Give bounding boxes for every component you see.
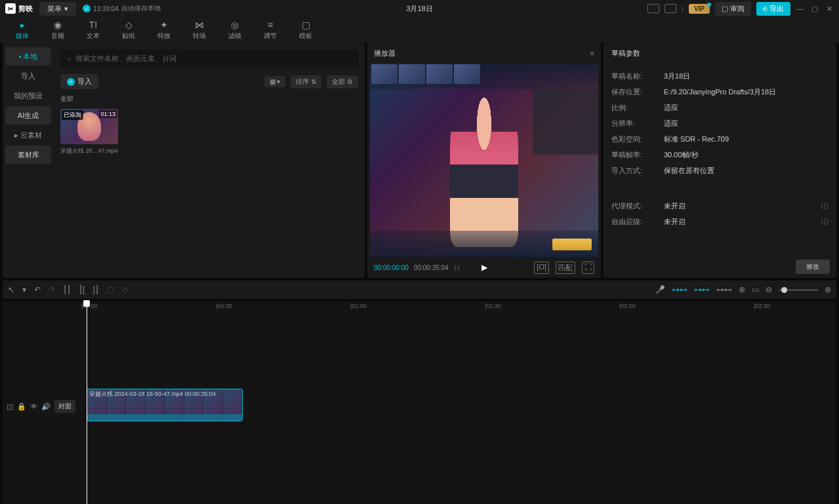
property-row: 色彩空间:标准 SDR - Rec.709 bbox=[611, 131, 829, 147]
clip-label: 穿越火线 2024-03-18 16-50-47.mp4 00:00:35:04 bbox=[89, 390, 216, 398]
vip-badge[interactable]: VIP bbox=[689, 4, 710, 14]
view-grid-button[interactable]: ▦ ▾ bbox=[264, 76, 286, 87]
fullscreen-icon[interactable]: ⛶ bbox=[582, 262, 594, 274]
layout-icon[interactable] bbox=[665, 4, 676, 13]
minimize-button[interactable]: — bbox=[796, 4, 805, 13]
sort-button[interactable]: 排序 ⇅ bbox=[291, 75, 321, 88]
info-icon[interactable]: ⓘ bbox=[821, 201, 829, 211]
snap-icon[interactable]: ⊶⊷ bbox=[716, 285, 732, 294]
logo-icon: ✂ bbox=[5, 3, 16, 14]
export-button[interactable]: ⎋ 导出 bbox=[756, 2, 790, 16]
timeline[interactable]: |00:00|00:30|01:00|01:30|02:00|02:30 ◫ 🔒… bbox=[3, 301, 836, 504]
focus-icon[interactable]: [O] bbox=[534, 262, 549, 274]
property-row: 代理模式:未开启ⓘ bbox=[611, 198, 829, 214]
import-button[interactable]: + 导入 bbox=[60, 74, 98, 89]
top-tab-文本[interactable]: TI文本 bbox=[76, 18, 110, 42]
media-item[interactable]: 已添加 01:13 穿越火线 20…47.mp4 bbox=[60, 109, 118, 155]
zoom-in-icon[interactable]: ⊕ bbox=[825, 285, 831, 294]
props-title: 草稿参数 bbox=[604, 43, 836, 63]
property-row: 草稿帧率:30.00帧/秒 bbox=[611, 147, 829, 163]
track-visible-icon[interactable]: 👁 bbox=[30, 402, 37, 410]
sidebar-item[interactable]: 导入 bbox=[5, 67, 51, 85]
zoom-out-icon[interactable]: ⊖ bbox=[766, 285, 772, 294]
main-menu-button[interactable]: 菜单▾ bbox=[39, 2, 76, 16]
top-tab-调节[interactable]: ≡调节 bbox=[253, 18, 287, 42]
player-panel: 播放器 ≡ 00:00:00:00 00:00:35:04 ⫿⫿ ▶ [O] 匹… bbox=[367, 43, 601, 278]
play-button[interactable]: ▶ bbox=[481, 263, 487, 272]
mic-icon[interactable]: 🎤 bbox=[655, 285, 665, 294]
sidebar-item[interactable]: AI生成 bbox=[5, 106, 51, 125]
property-row: 导入方式:保留在原有位置 bbox=[611, 163, 829, 178]
split-left-tool[interactable]: ⎮[ bbox=[79, 285, 85, 294]
ruler-tick: |01:30 bbox=[485, 303, 501, 309]
compare-icon[interactable]: ⫿⫿ bbox=[454, 264, 460, 271]
time-total: 00:00:35:04 bbox=[414, 264, 449, 271]
media-thumbnail[interactable]: 已添加 01:13 bbox=[60, 109, 118, 144]
link-icon[interactable]: ⊶⊷ bbox=[694, 285, 710, 294]
modify-button[interactable]: 修改 bbox=[796, 260, 830, 274]
close-button[interactable]: ✕ bbox=[825, 4, 834, 13]
pointer-dropdown[interactable]: ▾ bbox=[22, 285, 26, 294]
zoom-slider[interactable] bbox=[779, 289, 818, 291]
property-row: 比例:适应 bbox=[611, 100, 829, 115]
top-tab-滤镜[interactable]: ◎滤镜 bbox=[218, 18, 252, 42]
magnet-on-icon[interactable]: ⊶⊷ bbox=[672, 285, 687, 294]
player-menu-icon[interactable]: ≡ bbox=[590, 49, 594, 57]
top-tab-媒体[interactable]: ▸媒体 bbox=[5, 18, 39, 42]
titlebar: ✂ 剪映 菜单▾ ✓ 13:33:04 自动保存本地 3月18日 | VIP ▢… bbox=[0, 0, 839, 17]
undo-button[interactable]: ↶ bbox=[34, 285, 41, 294]
track-collapse-icon[interactable]: ◫ bbox=[7, 402, 13, 411]
marker-tool[interactable]: ◇ bbox=[122, 285, 128, 294]
top-tab-音频[interactable]: ◉音频 bbox=[41, 18, 75, 42]
info-icon[interactable]: ⓘ bbox=[821, 217, 829, 227]
track-lock-icon[interactable]: 🔒 bbox=[17, 402, 26, 411]
player-title: 播放器 bbox=[374, 48, 396, 58]
top-tab-特效[interactable]: ✦特效 bbox=[147, 18, 181, 42]
review-button[interactable]: ▢ 审阅 bbox=[715, 2, 751, 16]
ruler-tick: |00:30 bbox=[216, 303, 232, 309]
sidebar-item[interactable]: • 本地 bbox=[5, 47, 51, 66]
top-tabs: ▸媒体◉音频TI文本◇贴纸✦特效⋈转场◎滤镜≡调节▢模板 bbox=[0, 17, 839, 43]
plus-icon: + bbox=[67, 78, 75, 86]
media-filename: 穿越火线 20…47.mp4 bbox=[60, 147, 118, 155]
property-row: 自由层级:未开启ⓘ bbox=[611, 214, 829, 229]
playhead[interactable] bbox=[87, 301, 87, 504]
keyboard-icon[interactable] bbox=[647, 4, 659, 13]
category-label: 全部 bbox=[60, 94, 358, 104]
media-duration: 01:13 bbox=[99, 110, 117, 118]
sidebar-item[interactable]: 我的预设 bbox=[5, 87, 51, 105]
top-tab-贴纸[interactable]: ◇贴纸 bbox=[112, 18, 146, 42]
property-row: 保存位置:E:/9.20/JianyingPro Drafts/3月18日 bbox=[611, 84, 829, 100]
split-tool[interactable]: ⎮⎮ bbox=[63, 285, 71, 294]
clip-audio-waveform bbox=[87, 414, 242, 421]
check-icon: ✓ bbox=[83, 5, 91, 12]
top-tab-转场[interactable]: ⋈转场 bbox=[182, 18, 216, 42]
maximize-button[interactable]: ▢ bbox=[810, 4, 819, 13]
pointer-tool[interactable]: ↖ bbox=[8, 285, 14, 294]
timeline-toolbar: ↖ ▾ ↶ ↷ ⎮⎮ ⎮[ ]⎮ ▢ ◇ 🎤 ⊶⊷ ⊶⊷ ⊶⊷ ⊕ ▭ ⊖ ⊕ bbox=[3, 281, 836, 299]
top-tab-模板[interactable]: ▢模板 bbox=[289, 18, 323, 42]
split-right-tool[interactable]: ]⎮ bbox=[92, 285, 98, 294]
media-sidebar: • 本地导入我的预设AI生成▸ 云素材素材库 bbox=[3, 43, 54, 278]
track-icon[interactable]: ▭ bbox=[752, 285, 759, 294]
project-title: 3月18日 bbox=[406, 4, 432, 14]
autosave-status: ✓ 13:33:04 自动保存本地 bbox=[83, 4, 161, 13]
video-clip[interactable]: 穿越火线 2024-03-18 16-50-47.mp4 00:00:35:04 bbox=[87, 389, 243, 421]
search-input[interactable]: ○ 搜索文件名称、画面元素、台词 bbox=[60, 50, 358, 68]
cover-button[interactable]: 封面 bbox=[54, 400, 75, 413]
filter-all-button[interactable]: 全部 ⚙ bbox=[327, 75, 358, 88]
redo-button[interactable]: ↷ bbox=[49, 285, 55, 294]
sidebar-item[interactable]: 素材库 bbox=[5, 145, 51, 164]
sidebar-item[interactable]: ▸ 云素材 bbox=[5, 126, 51, 144]
added-badge: 已添加 bbox=[62, 110, 83, 120]
preview-icon[interactable]: ⊕ bbox=[739, 285, 745, 294]
delete-tool[interactable]: ▢ bbox=[107, 285, 114, 294]
ruler-tick: |01:00 bbox=[350, 303, 367, 309]
track-mute-icon[interactable]: 🔊 bbox=[41, 402, 51, 411]
scale-button[interactable]: 匹配 bbox=[556, 262, 575, 274]
video-preview[interactable] bbox=[370, 63, 598, 257]
search-icon: ○ bbox=[67, 55, 72, 63]
time-current: 00:00:00:00 bbox=[374, 264, 409, 271]
timeline-ruler[interactable]: |00:00|00:30|01:00|01:30|02:00|02:30 bbox=[81, 301, 836, 312]
property-row: 分辨率:适应 bbox=[611, 115, 829, 131]
